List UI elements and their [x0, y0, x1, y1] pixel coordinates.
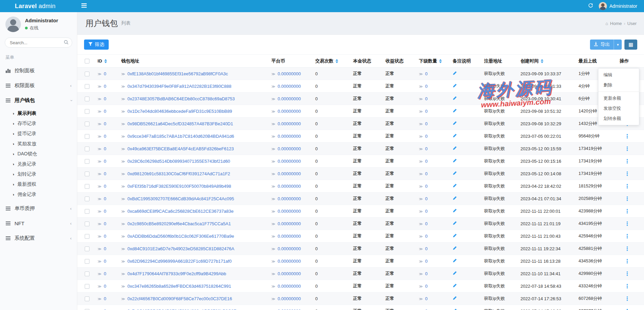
expand-icon[interactable]: ≫ — [419, 134, 423, 138]
expand-icon[interactable]: ≫ — [121, 209, 125, 213]
platform-coin-link[interactable]: 0.00000000 — [278, 171, 301, 176]
platform-coin-link[interactable]: 0.00000000 — [278, 71, 301, 76]
platform-coin-link[interactable]: 0.00000000 — [278, 284, 301, 289]
row-checkbox[interactable] — [85, 197, 89, 201]
subordinate-count-link[interactable]: 0 — [425, 146, 428, 151]
wallet-address-link[interactable]: 0xADDBb6DdaD560f6b0b1C8c062F306Ee61770Ba… — [128, 234, 234, 239]
expand-icon[interactable]: ≫ — [271, 259, 275, 263]
row-actions-icon[interactable]: ⋮ — [622, 208, 632, 214]
expand-icon[interactable]: ≫ — [98, 184, 102, 188]
platform-coin-link[interactable]: 0.00000000 — [278, 246, 301, 251]
row-checkbox[interactable] — [85, 72, 89, 76]
expand-icon[interactable]: ≫ — [98, 222, 102, 226]
expand-icon[interactable]: ≫ — [121, 272, 125, 276]
expand-icon[interactable]: ≫ — [121, 284, 125, 288]
row-id-link[interactable]: 0 — [104, 121, 106, 126]
expand-icon[interactable]: ≫ — [419, 272, 423, 276]
row-action-menu-item[interactable]: 编辑 — [598, 70, 639, 80]
row-actions-icon[interactable]: ⋮ — [622, 258, 632, 264]
expand-icon[interactable]: ≫ — [121, 159, 125, 163]
subordinate-count-link[interactable]: 0 — [425, 184, 428, 189]
wallet-address-link[interactable]: 0x49ca963Ef75BCEBa8E4A5F4cEAB5Fd326beF61… — [128, 146, 234, 151]
platform-coin-link[interactable]: 0.00000000 — [278, 96, 301, 101]
expand-icon[interactable]: ≫ — [98, 234, 102, 238]
row-actions-icon[interactable]: ⋮ — [622, 246, 632, 252]
expand-icon[interactable]: ≫ — [419, 209, 423, 213]
sort-icon[interactable] — [439, 59, 442, 63]
expand-icon[interactable]: ≫ — [419, 222, 423, 226]
sort-icon[interactable] — [336, 59, 338, 63]
row-id-link[interactable]: 0 — [104, 159, 106, 164]
subordinate-count-link[interactable]: 0 — [425, 234, 428, 239]
expand-icon[interactable]: ≫ — [121, 172, 125, 176]
expand-icon[interactable]: ≫ — [419, 97, 423, 101]
subordinate-count-link[interactable]: 0 — [425, 171, 428, 176]
expand-icon[interactable]: ≫ — [419, 259, 423, 263]
expand-icon[interactable]: ≫ — [98, 247, 102, 251]
row-id-link[interactable]: 0 — [104, 96, 106, 101]
expand-icon[interactable]: ≫ — [419, 297, 423, 301]
subordinate-count-link[interactable]: 0 — [425, 84, 428, 89]
row-id-link[interactable]: 0 — [104, 234, 106, 239]
row-id-link[interactable]: 0 — [104, 284, 106, 289]
expand-icon[interactable]: ≫ — [98, 109, 102, 113]
wallet-address-link[interactable]: 0x23748E3057BdBAB6C64EDb80ccC8788c69aD87… — [128, 96, 235, 101]
row-checkbox[interactable] — [85, 184, 89, 189]
row-actions-icon[interactable]: ⋮ — [622, 146, 632, 152]
edit-remark-icon[interactable] — [453, 308, 457, 310]
expand-icon[interactable]: ≫ — [271, 272, 275, 276]
subordinate-count-link[interactable]: 0 — [425, 246, 428, 251]
sidebar-subitem[interactable]: ◑兑换记录 — [0, 159, 77, 169]
row-checkbox[interactable] — [85, 296, 89, 301]
expand-icon[interactable]: ≫ — [271, 197, 275, 201]
expand-icon[interactable]: ≫ — [419, 184, 423, 188]
sidebar-item[interactable]: 控制面板 — [0, 63, 77, 78]
expand-icon[interactable]: ≫ — [271, 172, 275, 176]
row-action-menu-item[interactable]: 发放空投 — [598, 103, 639, 113]
wallet-address-link[interactable]: 0xBdC19953092707E666CdB39dA4c841F25C4Ac0… — [128, 196, 234, 201]
export-caret-button[interactable]: ▾ — [614, 40, 622, 50]
platform-coin-link[interactable]: 0.00000000 — [278, 209, 301, 214]
edit-remark-icon[interactable] — [453, 283, 457, 288]
search-icon[interactable] — [64, 40, 69, 46]
row-checkbox[interactable] — [85, 134, 89, 139]
expand-icon[interactable]: ≫ — [419, 284, 423, 288]
subordinate-count-link[interactable]: 0 — [425, 109, 428, 114]
row-actions-icon[interactable]: ⋮ — [622, 171, 632, 177]
expand-icon[interactable]: ≫ — [271, 109, 275, 113]
column-header[interactable]: ID — [96, 55, 119, 68]
subordinate-count-link[interactable]: 0 — [425, 221, 428, 226]
expand-icon[interactable]: ≫ — [121, 134, 125, 138]
expand-icon[interactable]: ≫ — [98, 297, 102, 301]
sidebar-search-input[interactable] — [5, 37, 72, 48]
wallet-address-link[interactable]: 0x9cce34F7aB185c7ABA1b7C8140d620B4BDA941… — [128, 134, 234, 139]
row-id-link[interactable]: 0 — [104, 271, 106, 276]
subordinate-count-link[interactable]: 0 — [425, 71, 428, 76]
row-checkbox[interactable] — [85, 272, 89, 276]
expand-icon[interactable]: ≫ — [271, 184, 275, 188]
expand-icon[interactable]: ≫ — [98, 72, 102, 76]
sidebar-item[interactable]: 单币质押‹ — [0, 201, 77, 216]
sidebar-subitem[interactable]: ◑存币记录 — [0, 119, 77, 129]
subordinate-count-link[interactable]: 0 — [425, 259, 428, 264]
sidebar-item[interactable]: 用户钱包‹ — [0, 93, 77, 108]
row-actions-icon[interactable]: ⋮ — [622, 183, 632, 189]
row-id-link[interactable]: 0 — [104, 259, 106, 264]
edit-remark-icon[interactable] — [453, 146, 457, 150]
filter-button[interactable]: 筛选 — [84, 40, 109, 50]
edit-remark-icon[interactable] — [453, 258, 457, 263]
row-id-link[interactable]: 0 — [104, 246, 106, 251]
row-actions-icon[interactable]: ⋮ — [622, 221, 632, 227]
expand-icon[interactable]: ≫ — [419, 72, 423, 76]
row-action-menu-item[interactable]: 更新余额 — [598, 93, 639, 103]
sidebar-subitem[interactable]: ◑奖励发放 — [0, 139, 77, 149]
platform-coin-link[interactable]: 0.00000000 — [278, 146, 301, 151]
row-actions-icon[interactable]: ⋮ — [622, 233, 632, 239]
expand-icon[interactable]: ≫ — [121, 72, 125, 76]
wallet-address-link[interactable]: 0x28C6c06298d514Db089934071355E5743bf21d… — [128, 159, 230, 164]
subordinate-count-link[interactable]: 0 — [425, 96, 428, 101]
column-selector-button[interactable]: ▦ — [624, 40, 637, 50]
row-id-link[interactable]: 0 — [104, 184, 106, 189]
app-logo[interactable]: Laravel admin — [0, 0, 77, 12]
platform-coin-link[interactable]: 0.00000000 — [278, 309, 301, 310]
